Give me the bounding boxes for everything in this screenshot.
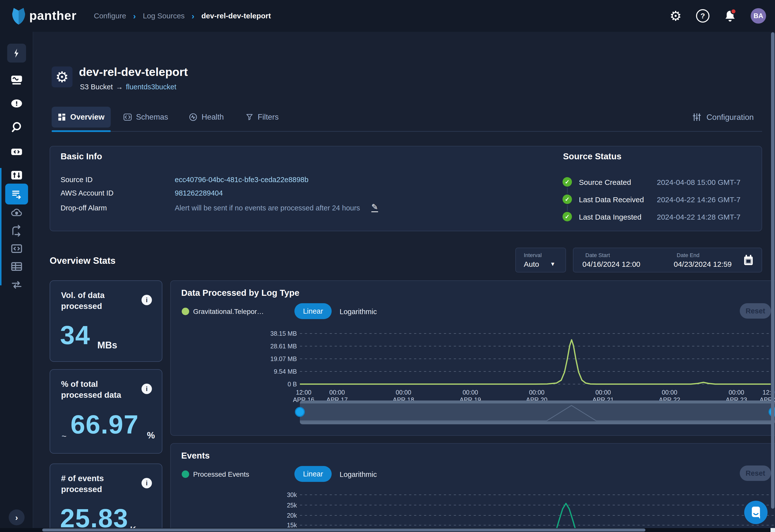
tab-health-label: Health [201,113,224,122]
status-source-created-value: 2024-04-08 15:00 GMT-7 [657,178,741,187]
sidebar-item-log-sources[interactable] [0,184,33,204]
status-last-ingested-label: Last Data Ingested [579,213,642,221]
share-branch-icon [10,224,23,237]
chart1-title: Data Processed by Log Type [181,288,299,298]
panel-sliders-icon [10,169,23,182]
stat-volume-unit: MBs [97,340,117,351]
code-box-icon [10,242,23,255]
chart1-logarithmic-toggle[interactable]: Logarithmic [339,308,377,316]
series-line [300,340,771,384]
date-end-value[interactable]: 04/23/2024 12:59 [674,260,732,268]
chart2-title: Events [181,451,210,461]
panther-app: panther Configure › Log Sources › dev-re… [0,0,775,532]
stat-percent-unit: % [147,430,155,441]
source-id-value: ecc40796-04bc-481c-bfe3-ceda22e8898b [175,176,308,184]
date-start-value[interactable]: 04/16/2024 12:00 [582,260,641,268]
settings-gear-icon[interactable]: ⚙ [670,9,682,23]
bolt-icon [11,48,22,59]
chart1-legend-label[interactable]: Gravitational.Telepor… [193,308,264,316]
sidebar-item-search[interactable] [0,121,33,134]
tab-health[interactable]: Health [189,107,224,128]
status-source-created-label: Source Created [579,178,631,187]
tab-schemas[interactable]: Schemas [123,107,168,128]
configuration-link[interactable]: Configuration [692,107,754,128]
chevron-right-icon: › [133,11,136,21]
sidebar-item-bolt[interactable] [0,44,33,63]
page-title: dev-rel-dev-teleport [79,65,188,79]
sidebar-item-schemas[interactable] [0,242,33,255]
breadcrumb-log-sources[interactable]: Log Sources [143,12,184,20]
horizontal-scrollbar[interactable] [42,529,645,532]
sidebar-item-monitor[interactable] [0,73,33,86]
sidebar-expand-button[interactable]: › [9,509,25,525]
interval-label: Interval [524,252,542,259]
cloud-shield-icon [10,206,23,219]
vertical-scrollbar[interactable] [771,32,775,509]
chart1-reset-button[interactable]: Reset [740,303,771,319]
stat-volume-title: Vol. of dataprocessed [61,290,104,312]
alert-icon [10,97,23,110]
y-axis-tick-label: 9.54 MB [253,368,297,375]
info-icon[interactable]: i [141,384,152,394]
chevron-right-icon: › [192,11,194,21]
filter-funnel-icon [245,113,254,121]
chevron-down-icon: ▾ [551,260,554,268]
aws-account-id-label: AWS Account ID [61,189,113,197]
pipeline-icon [10,278,23,291]
edit-pencil-icon[interactable]: ✎ [371,203,378,212]
chart2-plot[interactable] [300,486,775,532]
y-axis-tick-label: 30k [253,491,297,499]
stat-events-title: # of eventsprocessed [61,473,104,495]
stat-volume-value: 34 [60,320,90,350]
date-range-picker[interactable]: Date Start 04/16/2024 12:00 Date End 04/… [573,248,762,272]
calendar-icon[interactable] [743,254,754,266]
y-axis-tick-label: 28.61 MB [253,342,297,350]
info-icon[interactable]: i [141,478,152,488]
status-last-ingested-value: 2024-04-22 14:28 GMT-7 [657,213,741,221]
tabs-divider [52,131,762,132]
chart1-brush-handle-left[interactable] [295,407,305,417]
notifications-bell-icon[interactable] [724,9,736,23]
sidebar-item-integrations[interactable] [0,224,33,237]
chat-icon [749,505,762,519]
help-icon[interactable]: ? [696,9,709,23]
check-icon: ✓ [563,212,572,221]
sidebar-item-code[interactable] [0,145,33,158]
avatar[interactable]: BA [751,8,766,24]
check-icon: ✓ [563,195,572,204]
stat-card-events: # of eventsprocessed i 25.83 K [50,464,162,532]
sidebar-item-sliders[interactable] [0,169,33,182]
sidebar-item-alerts[interactable] [0,97,33,110]
sidebar-item-tables[interactable] [0,260,33,273]
chart1-linear-toggle[interactable]: Linear [294,303,332,319]
top-bar-actions: ⚙ ? BA [670,0,766,32]
scrollbar-corner [771,528,775,532]
tab-overview[interactable]: Overview [52,107,111,128]
interval-select[interactable]: Interval Auto ▾ [515,248,566,272]
panther-logo-icon[interactable] [9,6,28,25]
chart2-linear-toggle[interactable]: Linear [294,466,332,482]
status-connector [567,205,568,211]
chevron-right-icon: › [15,513,18,522]
status-connector [567,188,568,194]
source-type-label: S3 Bucket [80,83,113,91]
tab-filters[interactable]: Filters [245,107,278,128]
chat-bubble-button[interactable] [744,501,768,524]
chart1-plot[interactable] [300,330,775,388]
check-icon: ✓ [563,177,572,187]
chart1-legend-dot [182,308,189,315]
sidebar-item-pipeline[interactable] [0,278,33,291]
bucket-link[interactable]: fluentds3bucket [126,83,176,91]
y-axis-tick-label: 20k [253,512,297,519]
chart2-legend-label[interactable]: Processed Events [193,470,249,478]
sidebar-item-cloud-security[interactable] [0,206,33,219]
tab-filters-label: Filters [258,113,278,122]
configuration-sliders-icon [692,112,702,122]
breadcrumb-configure[interactable]: Configure [94,12,126,20]
basic-info-panel [50,146,762,231]
chart2-reset-button[interactable]: Reset [740,465,771,481]
brand-wordmark[interactable]: panther [29,8,76,23]
chart2-logarithmic-toggle[interactable]: Logarithmic [339,470,377,479]
info-icon[interactable]: i [141,295,152,305]
chart1-brush-selection[interactable] [300,403,775,421]
